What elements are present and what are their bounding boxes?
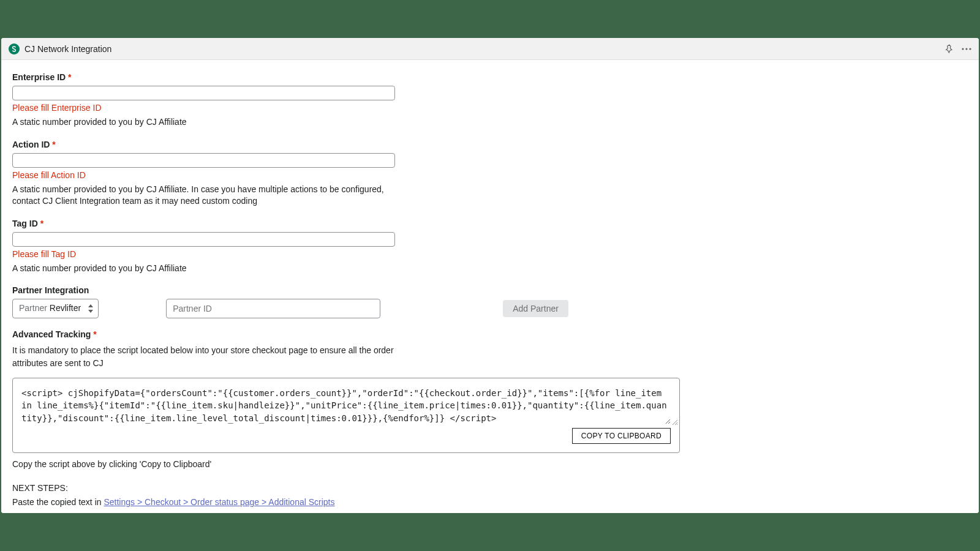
enterprise-id-field: Enterprise ID * Please fill Enterprise I…: [12, 72, 395, 129]
partner-select-wrap: Partner Revlifter: [12, 299, 99, 318]
partner-select[interactable]: Partner Revlifter: [12, 299, 99, 318]
action-id-field: Action ID * Please fill Action ID A stat…: [12, 140, 395, 208]
action-id-input[interactable]: [12, 153, 395, 168]
resize-handle-icon[interactable]: [672, 419, 678, 425]
partner-integration-label: Partner Integration: [12, 285, 968, 295]
tag-id-field: Tag ID * Please fill Tag ID A static num…: [12, 219, 395, 275]
copy-to-clipboard-button[interactable]: COPY TO CLIPBOARD: [572, 428, 671, 444]
app-title: CJ Network Integration: [24, 44, 111, 54]
svg-point-1: [965, 48, 967, 50]
enterprise-id-help: A static number provided to you by CJ Af…: [12, 116, 395, 129]
app-header: CJ Network Integration: [1, 38, 979, 60]
add-partner-button[interactable]: Add Partner: [503, 300, 568, 317]
app-frame: CJ Network Integration Enterprise ID * P…: [1, 38, 979, 513]
required-asterisk: *: [93, 329, 96, 339]
partner-integration-field: Partner Integration Partner Revlifter Ad…: [12, 285, 968, 318]
copy-help-text: Copy the script above by clicking 'Copy …: [12, 459, 968, 469]
action-id-label: Action ID *: [12, 140, 395, 149]
form-content: Enterprise ID * Please fill Enterprise I…: [1, 60, 979, 513]
tag-id-help: A static number provided to you by CJ Af…: [12, 263, 395, 275]
next-steps-heading: NEXT STEPS:: [12, 482, 968, 495]
action-id-help: A static number provided to you by CJ Af…: [12, 184, 395, 208]
advanced-tracking-label: Advanced Tracking *: [12, 329, 97, 339]
enterprise-id-error: Please fill Enterprise ID: [12, 103, 395, 113]
script-textarea[interactable]: <script> cjShopifyData={"ordersCount":"{…: [21, 387, 671, 424]
required-asterisk: *: [52, 140, 55, 149]
tag-id-input[interactable]: [12, 232, 395, 247]
required-asterisk: *: [40, 219, 43, 228]
action-id-error: Please fill Action ID: [12, 170, 395, 180]
svg-point-2: [969, 48, 971, 50]
header-right: [944, 44, 971, 54]
partner-row: Partner Revlifter Add Partner: [12, 299, 968, 318]
more-icon[interactable]: [962, 48, 971, 50]
partner-id-input[interactable]: [166, 299, 380, 318]
copy-button-wrap: COPY TO CLIPBOARD: [21, 428, 671, 444]
settings-checkout-link[interactable]: Settings > Checkout > Order status page …: [104, 497, 334, 507]
advanced-tracking-help: It is mandatory to place the script loca…: [12, 344, 407, 369]
required-asterisk: *: [68, 72, 71, 82]
advanced-tracking-section: Advanced Tracking * It is mandatory to p…: [12, 329, 968, 468]
header-left: CJ Network Integration: [9, 43, 944, 54]
enterprise-id-input[interactable]: [12, 86, 395, 100]
app-logo-icon: [9, 43, 20, 54]
next-steps-section: NEXT STEPS: Paste the copied text in Set…: [12, 482, 968, 513]
next-steps-line2: If you already have code in the Addition…: [12, 511, 968, 513]
svg-point-0: [962, 48, 963, 50]
next-steps-line1: Paste the copied text in Settings > Chec…: [12, 497, 968, 509]
tag-id-label: Tag ID *: [12, 219, 395, 228]
script-box: <script> cjShopifyData={"ordersCount":"{…: [12, 378, 680, 453]
pin-icon[interactable]: [944, 44, 954, 54]
enterprise-id-label: Enterprise ID *: [12, 72, 395, 82]
tag-id-error: Please fill Tag ID: [12, 249, 395, 259]
